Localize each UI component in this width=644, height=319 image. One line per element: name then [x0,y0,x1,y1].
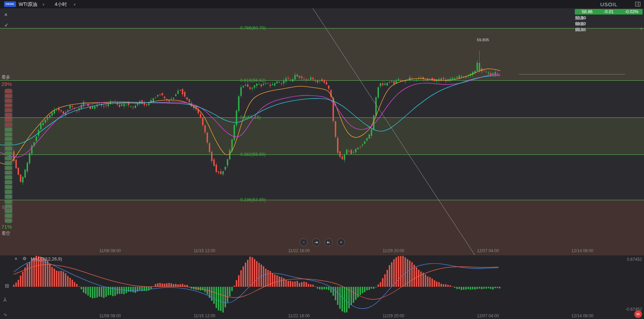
sentiment-pill-short [5,219,12,223]
sentiment-pill-short [5,200,12,204]
sentiment-pill-short [5,142,12,146]
sentiment-pill-short [5,204,12,209]
sentiment-pill-short [5,175,12,179]
time-axis-label: 12/14 08:00 [571,313,593,318]
sentiment-gauge [4,88,13,224]
time-axis-label: 11/22 16:00 [288,248,310,253]
sentiment-pill-short [5,127,12,132]
sentiment-pill-short [5,171,12,175]
sentiment-pill-long [5,113,12,117]
time-axis-label: 12/07 04:00 [477,313,499,318]
sentiment-pill-short [5,132,12,136]
time-axis-label: 11/29 20:00 [383,248,405,253]
quote-symbol-title: USOIL [574,1,644,7]
timeframe-selector[interactable]: 4小时 [55,1,67,8]
quote-last-price: 58.86 [582,9,592,15]
time-axis-label: 12/14 08:00 [571,248,593,253]
sentiment-long-label: 看多 [1,74,10,80]
panels-icon[interactable]: ▤ [5,283,9,288]
sentiment-pill-short [5,161,12,165]
sentiment-pill-long [5,104,12,108]
time-axis-label: 11/29 20:00 [383,313,405,318]
time-axis-label: 11/08 08:00 [99,248,121,253]
sentiment-pill-long [5,89,12,93]
quote-field-value: 58.80 [575,21,592,27]
fib-level-label: 0.382(55.69) [240,152,266,157]
chevron-down-icon[interactable]: ∨ [73,2,76,6]
quote-field-value: 58.90 [575,15,592,21]
macd-scale-max: 0.67452 [627,257,642,262]
sentiment-pill-short [5,156,12,160]
skip-forward-button[interactable]: ▶| [325,238,333,246]
sentiment-pill-long [5,94,12,98]
quote-detail-row: 买入58.86卖出58.86 [575,27,643,33]
replay-controls: −|◀▶|+ [300,238,345,246]
high-price-annotation: 59.805 [477,38,489,42]
quote-detail-row: 开盘58.89最高58.90 [575,15,643,21]
sentiment-pill-long [5,123,12,127]
sentiment-pill-short [5,151,12,156]
chevron-down-icon[interactable]: ∨ [640,27,643,30]
sentiment-pill-short [5,190,12,194]
top-toolbar: USOIL WTI原油 ∨ 4小时 ∨ [0,0,644,8]
fib-level-label: 0.618(58.62) [240,78,266,83]
quote-change-percent: -0.02% [625,9,638,15]
collapse-arrows-icon[interactable]: ↙ [4,22,9,27]
sentiment-pill-long [5,99,12,103]
trading-app: 0.786(60.70)0.618(58.62)0.5(57.15)0.382(… [0,0,644,319]
panel-separator [0,255,644,255]
time-axis-label: 12/07 04:00 [477,248,499,253]
close-drawing-icon[interactable]: × [4,12,8,18]
price-chart-canvas[interactable] [0,0,644,319]
panel-toggle-icon[interactable] [635,2,641,7]
fib-level-label: 0.236(53.89) [240,197,266,202]
sentiment-pill-short [5,185,12,189]
sentiment-pill-short [5,180,12,184]
quote-change: -0.01 [604,9,614,15]
zoom-in-button[interactable]: + [337,238,345,246]
time-axis-label: 11/15 12:00 [194,248,216,253]
sentiment-pill-short [5,166,12,170]
customer-service-badge[interactable]: ✉ [634,310,642,318]
macd-close-icon[interactable]: × [15,256,17,261]
zoom-out-button[interactable]: − [300,238,308,246]
quote-price-bar: 58.86 -0.01 -0.02% [575,9,643,15]
sentiment-long-percent: 29% [1,81,12,87]
macd-indicator-title[interactable]: MACD(12,26,9) [31,256,62,262]
symbol-logo: USOIL [4,1,16,7]
fib-level-label: 0.5(57.15) [240,115,261,120]
skip-back-button[interactable]: |◀ [312,238,320,246]
time-axis-label: 11/08 08:00 [99,313,121,318]
quote-detail-row: 昨收58.87最低58.80 [575,21,643,27]
quote-field-value: 58.86 [575,27,592,33]
time-axis-label: 11/15 12:00 [194,313,216,318]
sentiment-pill-short [5,214,12,218]
wave-icon[interactable]: ∿ [3,312,7,317]
sentiment-pill-long [5,118,12,122]
chevron-down-icon[interactable]: ∨ [42,2,45,6]
sentiment-short-label: 看空 [1,230,10,237]
sentiment-pill-short [5,137,12,141]
sentiment-pill-short [5,209,12,213]
sentiment-pill-short [5,195,12,199]
macd-settings-icon[interactable]: ⚙ [22,256,27,261]
measure-icon[interactable]: Å [3,298,7,302]
last-price-line [519,74,625,74]
time-axis-label: 11/22 16:00 [288,313,310,318]
sentiment-pill-long [5,108,12,112]
sentiment-short-percent: 71% [1,224,12,230]
sentiment-pill-short [5,147,12,151]
symbol-selector[interactable]: WTI原油 [19,1,37,8]
fib-level-label: 0.786(60.70) [240,25,266,30]
